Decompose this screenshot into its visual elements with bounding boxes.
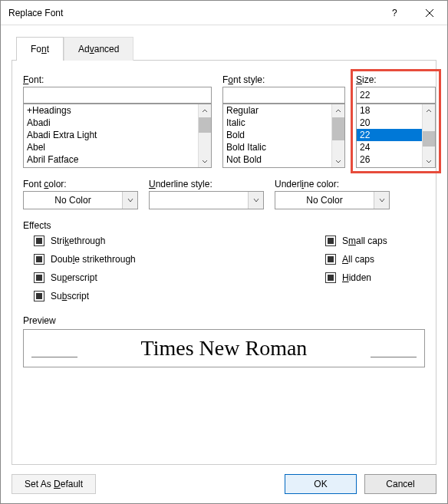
window-title: Replace Font	[8, 8, 377, 18]
scroll-up-icon[interactable]	[199, 104, 211, 117]
checkbox-superscript[interactable]: Superscript	[34, 272, 325, 283]
chevron-down-icon	[248, 192, 263, 209]
titlebar: Replace Font ?	[1, 1, 447, 25]
size-input[interactable]	[356, 87, 436, 104]
list-item[interactable]: 22	[357, 129, 422, 141]
font-color-combo[interactable]: No Color	[23, 191, 138, 209]
scroll-down-icon[interactable]	[332, 154, 344, 167]
checkbox-all-caps[interactable]: All caps	[325, 254, 387, 265]
size-listbox[interactable]: 18 20 22 24 26	[356, 104, 436, 168]
underline-color-combo[interactable]: No Color	[275, 191, 390, 209]
checkbox-hidden[interactable]: Hidden	[325, 272, 387, 283]
set-as-default-button: Set As Default	[12, 474, 96, 494]
svg-text:?: ?	[392, 9, 397, 17]
font-style-input[interactable]	[222, 87, 345, 104]
list-item[interactable]: Abel	[24, 141, 198, 153]
dialog-footer: Set As Default OK Cancel	[1, 465, 447, 503]
underline-color-label: Underline color:	[275, 179, 390, 189]
scrollbar[interactable]	[331, 104, 344, 167]
preview-box: Times New Roman	[23, 329, 425, 367]
tab-bar: Font Advanced	[1, 25, 447, 60]
help-button[interactable]: ?	[377, 1, 412, 25]
scrollbar[interactable]	[422, 104, 435, 167]
effects-label: Effects	[23, 220, 425, 231]
chevron-down-icon	[374, 192, 389, 209]
font-color-label: Font color:	[23, 179, 138, 189]
preview-label: Preview	[23, 315, 425, 326]
list-item[interactable]: 24	[357, 141, 422, 153]
font-style-label: Font style:	[222, 74, 345, 85]
list-item[interactable]: Bold Italic	[223, 141, 331, 153]
checkbox-double-strikethrough[interactable]: Double strikethrough	[34, 254, 325, 265]
size-highlight: Size: 18 20 22 24 26	[351, 69, 441, 173]
checkbox-strikethrough[interactable]: Strikethrough	[34, 236, 325, 246]
list-item[interactable]: 18	[357, 104, 422, 117]
scrollbar[interactable]	[198, 104, 211, 167]
list-item[interactable]: Italic	[223, 117, 331, 129]
tab-advanced[interactable]: Advanced	[64, 37, 133, 61]
scroll-down-icon[interactable]	[199, 154, 211, 167]
tab-font[interactable]: Font	[16, 37, 64, 61]
list-item[interactable]: Abadi Extra Light	[24, 129, 198, 141]
preview-line	[31, 357, 77, 357]
list-item[interactable]: Not Bold	[223, 153, 331, 166]
chevron-down-icon	[122, 192, 137, 209]
font-input[interactable]	[23, 87, 212, 104]
scroll-down-icon[interactable]	[423, 154, 435, 167]
underline-style-combo[interactable]	[149, 191, 264, 209]
scroll-thumb[interactable]	[332, 117, 344, 140]
checkbox-subscript[interactable]: Subscript	[34, 291, 325, 301]
font-listbox[interactable]: +Headings Abadi Abadi Extra Light Abel A…	[23, 104, 212, 168]
tab-panel: Font: +Headings Abadi Abadi Extra Light …	[12, 60, 436, 465]
scroll-thumb[interactable]	[423, 131, 435, 147]
close-button[interactable]	[412, 1, 447, 25]
preview-text: Times New Roman	[141, 336, 308, 361]
list-item[interactable]: 26	[357, 153, 422, 166]
checkbox-small-caps[interactable]: Small caps	[325, 236, 387, 246]
list-item[interactable]: +Headings	[24, 104, 198, 117]
preview-line	[371, 357, 417, 357]
cancel-button[interactable]: Cancel	[364, 474, 436, 494]
size-label: Size:	[356, 74, 436, 85]
font-style-listbox[interactable]: Regular Italic Bold Bold Italic Not Bold	[222, 104, 345, 168]
scroll-thumb[interactable]	[199, 117, 211, 133]
list-item[interactable]: 20	[357, 117, 422, 129]
list-item[interactable]: Abril Fatface	[24, 153, 198, 166]
underline-style-label: Underline style:	[149, 179, 264, 189]
scroll-up-icon[interactable]	[423, 104, 435, 117]
list-item[interactable]: Bold	[223, 129, 331, 141]
list-item[interactable]: Regular	[223, 104, 331, 117]
ok-button[interactable]: OK	[285, 474, 357, 494]
list-item[interactable]: Abadi	[24, 117, 198, 129]
scroll-up-icon[interactable]	[332, 104, 344, 117]
font-label: Font:	[23, 74, 212, 85]
replace-font-dialog: Replace Font ? Font Advanced Font: +Head…	[0, 0, 448, 504]
